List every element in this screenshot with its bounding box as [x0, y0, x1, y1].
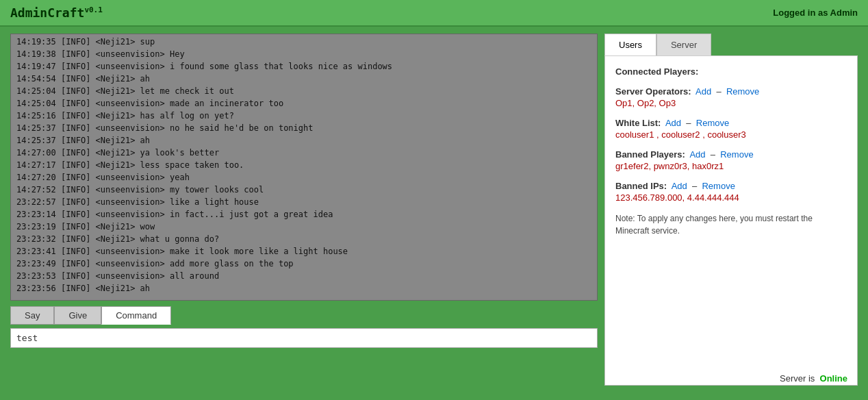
app-title-text: AdminCraft: [10, 5, 84, 20]
console-line: 23:22:57 [INFO] <unseenvision> like a li…: [16, 196, 591, 208]
console-line: 14:25:16 [INFO] <Neji21> has alf log on …: [16, 110, 591, 122]
console-line: 23:23:53 [INFO] <unseenvision> all aroun…: [16, 270, 591, 282]
banned-players-title: Banned Players:: [615, 149, 685, 160]
white-list-section: White List: Add – Remove cooluser1 , coo…: [615, 118, 847, 140]
console-line: 14:27:00 [INFO] <Neji21> ya look's bette…: [16, 147, 591, 159]
command-input[interactable]: [10, 328, 598, 348]
logged-in-label: Logged in as Admin: [773, 8, 858, 18]
white-list-remove-link[interactable]: Remove: [696, 118, 729, 128]
console-line: 23:23:41 [INFO] <unseenvision> make it l…: [16, 245, 591, 258]
server-operators-row: Server Operators: Add – Remove: [615, 86, 847, 97]
input-tab-say[interactable]: Say: [10, 306, 54, 325]
console-line: 14:25:04 [INFO] <Neji21> let me check it…: [16, 85, 591, 97]
top-bar: AdminCraftv0.1 Logged in as Admin: [0, 0, 868, 27]
bottom-controls: SayGiveCommand: [10, 306, 598, 348]
panel-tab-users[interactable]: Users: [604, 34, 656, 55]
right-panel: UsersServer Connected Players: Server Op…: [604, 34, 858, 386]
panel-tabs: UsersServer: [604, 34, 858, 56]
status-value: Online: [820, 373, 847, 384]
connected-players-title: Connected Players:: [615, 66, 847, 77]
banned-players-add-link[interactable]: Add: [689, 149, 705, 160]
input-tab-buttons: SayGiveCommand: [10, 306, 598, 325]
console-line: 23:23:32 [INFO] <Neji21> what u gonna do…: [16, 233, 591, 245]
console-line: 14:25:37 [INFO] <Neji21> ah: [16, 134, 591, 147]
console-line: 23:23:49 [INFO] <unseenvision> add more …: [16, 258, 591, 270]
console-line: 14:27:20 [INFO] <unseenvision> yeah: [16, 171, 591, 184]
console-line: 14:54:54 [INFO] <Neji21> ah: [16, 73, 591, 85]
console-line: 14:19:35 [INFO] <Neji21> sup: [16, 36, 591, 48]
banned-ips-row: Banned IPs: Add – Remove: [615, 181, 847, 191]
content-area: 05:00:21 [INFO] Loading properties05:00:…: [0, 27, 868, 392]
console-line: 14:25:37 [INFO] <unseenvision> no he sai…: [16, 122, 591, 134]
input-tab-command[interactable]: Command: [101, 306, 171, 325]
panel-tab-server[interactable]: Server: [656, 34, 711, 55]
console-line: 23:23:19 [INFO] <Neji21> wow: [16, 221, 591, 233]
server-operators-add-link[interactable]: Add: [695, 86, 711, 97]
white-list-values: cooluser1 , cooluser2 , cooluser3: [615, 129, 847, 140]
input-tab-give[interactable]: Give: [54, 306, 101, 325]
banned-ips-remove-link[interactable]: Remove: [702, 181, 735, 191]
banned-ips-section: Banned IPs: Add – Remove 123.456.789.000…: [615, 181, 847, 203]
banned-ips-values: 123.456.789.000, 4.44.444.444: [615, 192, 847, 203]
console-line: 23:23:56 [INFO] <Neji21> ah: [16, 282, 591, 295]
console-line: 14:25:04 [INFO] <unseenvision> made an i…: [16, 97, 591, 110]
server-operators-section: Server Operators: Add – Remove Op1, Op2,…: [615, 86, 847, 108]
server-operators-values: Op1, Op2, Op3: [615, 98, 847, 108]
server-operators-title: Server Operators:: [615, 86, 691, 97]
server-operators-remove-link[interactable]: Remove: [726, 86, 759, 97]
console-line: 14:27:52 [INFO] <unseenvision> my tower …: [16, 184, 591, 196]
white-list-add-link[interactable]: Add: [665, 118, 681, 128]
note-text: Note: To apply any changes here, you mus…: [615, 212, 847, 237]
banned-ips-add-link[interactable]: Add: [672, 181, 687, 191]
banned-ips-title: Banned IPs:: [615, 181, 667, 191]
connected-players-section: Connected Players:: [615, 66, 847, 77]
logged-in-text: Logged in as Admin: [773, 8, 858, 18]
banned-players-row: Banned Players: Add – Remove: [615, 149, 847, 160]
console-line: 14:19:38 [INFO] <unseenvision> Hey: [16, 48, 591, 60]
console-box[interactable]: 05:00:21 [INFO] Loading properties05:00:…: [10, 34, 598, 301]
console-line: 23:23:14 [INFO] <unseenvision> in fact..…: [16, 208, 591, 221]
console-line: 14:27:17 [INFO] <Neji21> less space take…: [16, 159, 591, 171]
banned-players-remove-link[interactable]: Remove: [720, 149, 753, 160]
app-title: AdminCraftv0.1: [10, 5, 103, 20]
status-label: Server is: [780, 373, 815, 384]
banned-players-section: Banned Players: Add – Remove gr1efer2, p…: [615, 149, 847, 171]
panel-content: Connected Players: Server Operators: Add…: [604, 56, 858, 386]
console-line: 14:19:47 [INFO] <unseenvision> i found s…: [16, 60, 591, 73]
app-version: v0.1: [84, 5, 103, 14]
left-panel: 05:00:21 [INFO] Loading properties05:00:…: [10, 34, 598, 386]
white-list-title: White List:: [615, 118, 661, 128]
status-bar: Server is Online: [769, 371, 858, 386]
banned-players-values: gr1efer2, pwnz0r3, hax0rz1: [615, 161, 847, 171]
white-list-row: White List: Add – Remove: [615, 118, 847, 128]
